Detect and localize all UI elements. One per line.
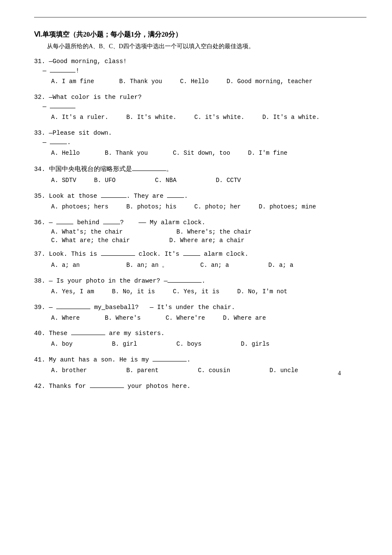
q38-options: A. Yes, I am B. No, it is C. Yes, it is … bbox=[51, 287, 366, 297]
q32-options: A. It's a ruler. B. It's white. C. it's … bbox=[51, 113, 366, 123]
q39-text: 39. — my baseball? — It's under the chai… bbox=[34, 304, 366, 311]
q41-options: A. brother B. parent C. cousin D. uncle bbox=[51, 366, 366, 376]
question-34: 34. 中国中央电视台的缩略形式是。 A. SDTV B. UFO C. NBA… bbox=[34, 165, 366, 186]
question-41: 41. My aunt has a son. He is my . A. bro… bbox=[34, 356, 366, 376]
q40-options: A. boy B. girl C. boys D. girls bbox=[51, 339, 366, 350]
q38-text: 38. — Is your photo in the drawer? —. bbox=[34, 278, 366, 284]
question-31: 31. —Good morning, class! — ! A. I am fi… bbox=[34, 58, 366, 87]
q34-options: A. SDTV B. UFO C. NBA D. CCTV bbox=[51, 176, 366, 186]
q35-text: 35. Look at those . They are . bbox=[34, 193, 366, 199]
section-instruction: 从每小题所给的A、B、C、D四个选项中选出一个可以填入空白处的最佳选项。 bbox=[47, 43, 366, 50]
q37-options: A. a; an B. an; an 。 C. an; a D. a; a bbox=[51, 260, 366, 271]
q37-text: 37. Look. This is clock. It's alarm cloc… bbox=[34, 251, 366, 257]
question-40: 40. These are my sisters. A. boy B. girl… bbox=[34, 330, 366, 350]
q31-text: 31. —Good morning, class! bbox=[34, 58, 366, 65]
q33-options: A. Hello B. Thank you C. Sit down, too D… bbox=[51, 148, 366, 159]
q40-text: 40. These are my sisters. bbox=[34, 330, 366, 337]
question-36: 36. — behind ? —— My alarm clock. A. Wha… bbox=[34, 219, 366, 244]
q36-opt-row1: A. What's; the chair B. Where's; the cha… bbox=[51, 228, 366, 235]
q33-text: 33. —Please sit down. bbox=[34, 130, 366, 136]
question-42: 42. Thanks for your photos here. bbox=[34, 383, 366, 390]
q33-answer: — . bbox=[43, 139, 366, 146]
section-title: Ⅵ.单项填空（共20小题；每小题1分，满分20分） bbox=[34, 30, 366, 39]
q39-options: A. Where B. Where's C. Where're D. Where… bbox=[51, 313, 366, 324]
q36-text: 36. — behind ? —— My alarm clock. bbox=[34, 219, 366, 226]
top-divider bbox=[34, 17, 366, 17]
question-32: 32. —What color is the ruler? — A. It's … bbox=[34, 94, 366, 123]
q31-options: A. I am fine B. Thank you C. Hello D. Go… bbox=[51, 77, 366, 87]
q34-text: 34. 中国中央电视台的缩略形式是。 bbox=[34, 165, 366, 173]
q35-options: A. photoes; hers B. photos; his C. photo… bbox=[51, 202, 366, 212]
q32-text: 32. —What color is the ruler? bbox=[34, 94, 366, 101]
q42-text: 42. Thanks for your photos here. bbox=[34, 383, 366, 390]
question-37: 37. Look. This is clock. It's alarm cloc… bbox=[34, 251, 366, 271]
question-39: 39. — my baseball? — It's under the chai… bbox=[34, 304, 366, 324]
q36-opt-row2: C. What are; the chair D. Where are; a c… bbox=[51, 237, 366, 244]
q32-answer: — bbox=[43, 103, 366, 110]
q41-text: 41. My aunt has a son. He is my . bbox=[34, 356, 366, 363]
q36-options: A. What's; the chair B. Where's; the cha… bbox=[51, 228, 366, 244]
question-35: 35. Look at those . They are . A. photoe… bbox=[34, 193, 366, 212]
q31-answer: — ! bbox=[43, 67, 366, 74]
question-38: 38. — Is your photo in the drawer? —. A.… bbox=[34, 278, 366, 297]
question-33: 33. —Please sit down. — . A. Hello B. Th… bbox=[34, 130, 366, 159]
page-number: 4 bbox=[338, 370, 341, 377]
